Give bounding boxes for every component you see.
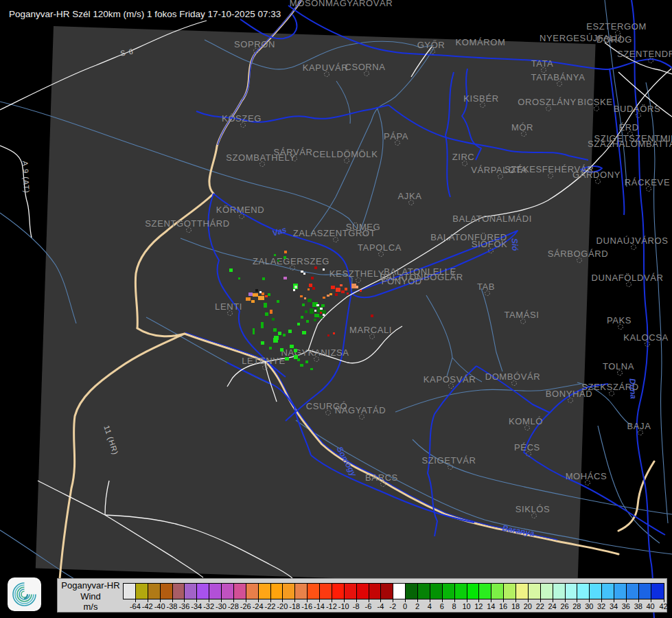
city-label: BALATONALMÁDI	[452, 214, 532, 224]
city-label: TATABÁNYA	[531, 72, 586, 82]
legend-color-box: -12	[320, 584, 332, 599]
county-label: Sió	[510, 238, 520, 251]
city-label: MOHÁCS	[566, 471, 607, 481]
legend-color-box: 2	[406, 584, 418, 599]
legend-color-box: 30	[577, 584, 590, 599]
legend-color-box: -18	[283, 584, 295, 599]
city-label: SIKLÓS	[515, 504, 551, 514]
legend-tick-value: -30	[216, 602, 227, 610]
city-label: FONYÓD	[381, 276, 421, 286]
legend-tick-value: 40	[647, 602, 655, 610]
legend-tick-value: -10	[338, 602, 349, 610]
legend-tick-value: -14	[314, 602, 325, 610]
city-label: SÁRBOGÁRD	[548, 249, 608, 259]
city-label: MÓR	[511, 122, 533, 133]
legend-color-box: 24	[541, 584, 553, 599]
city-label: MARCALI	[349, 325, 392, 335]
legend-color-box: -22	[259, 584, 271, 599]
city-label: KOMÁROM	[456, 37, 506, 47]
city-label: TAPOLCA	[358, 242, 402, 253]
radar-display: MOSONMAGYARÓVÁRSOPRONGYŐRKOMÁROMESZTERGO…	[0, 0, 672, 618]
city-label: SZÁZHALOMBATTA	[588, 139, 672, 149]
legend-tick-value: 0	[403, 602, 407, 610]
spiral-logo-icon	[8, 577, 41, 611]
legend-tick-value: 4	[428, 602, 432, 610]
legend-text: Poganyvar-HR Wind m/s	[60, 580, 121, 613]
legend-tick-value: 26	[560, 602, 568, 610]
legend-tick-value: 22	[536, 602, 544, 610]
city-label: BARCS	[365, 472, 398, 483]
legend-color-box: -40	[148, 584, 161, 599]
app-logo	[8, 577, 41, 611]
city-label: GÁRDONY	[572, 170, 621, 180]
legend-color-box: -28	[222, 584, 234, 599]
city-label: CELLDÖMÖLK	[313, 149, 378, 159]
legend-color-box: -30	[209, 584, 222, 599]
legend-tick-value: -8	[353, 602, 360, 610]
road-label: S 6	[119, 47, 134, 57]
legend-tick-value: 6	[440, 602, 444, 610]
legend-color-box: 8	[443, 584, 455, 599]
city-label: KOMLÓ	[509, 416, 543, 426]
legend-unit: m/s	[60, 602, 121, 613]
legend-color-box: 4	[418, 584, 430, 599]
legend-tick-value: 20	[524, 602, 532, 610]
city-label: BUDAÖRS	[614, 104, 661, 114]
legend-color-box: 12	[467, 584, 480, 599]
legend-tick-value: 32	[597, 602, 605, 610]
legend-tick-value: 38	[634, 602, 642, 610]
city-label: KISBÉR	[463, 93, 498, 104]
legend-tick-value: -40	[154, 602, 165, 610]
city-label: TATA	[531, 58, 554, 69]
legend-color-box: -6	[357, 584, 369, 599]
legend-color-box: 16	[491, 584, 504, 599]
legend-color-box: 26	[553, 584, 566, 599]
legend-tick-value: 42	[659, 602, 667, 610]
city-label: OROSZLÁNY	[518, 97, 577, 107]
legend-color-box: 32	[590, 584, 602, 599]
city-label: PÁPA	[384, 131, 408, 141]
road-label: 11 (HR)	[102, 424, 119, 456]
city-label: KESZTHELY	[329, 268, 384, 279]
legend-panel: Poganyvar-HR Wind m/s -64-42-40-38-36-34…	[57, 578, 667, 613]
legend-tick-value: 2	[415, 602, 419, 610]
legend-color-box: 22	[529, 584, 541, 599]
city-label: MOSONMAGYARÓVÁR	[290, 0, 393, 8]
legend-color-box: 28	[566, 584, 578, 599]
city-label: TOLNA	[603, 361, 634, 371]
legend-color-box: 18	[504, 584, 516, 599]
legend-color-box: 14	[479, 584, 491, 599]
city-label: SIÓFOK	[472, 239, 508, 249]
legend-tick-value: -4	[377, 602, 384, 610]
city-label: LETENYE	[242, 356, 285, 366]
legend-tick-value: 30	[585, 602, 593, 610]
legend-color-box: -64	[124, 584, 136, 599]
legend-tick-value: -20	[277, 602, 288, 610]
map-labels: MOSONMAGYARÓVÁRSOPRONGYŐRKOMÁROMESZTERGO…	[0, 0, 672, 618]
legend-color-box: 10	[455, 584, 467, 599]
city-label: PAKS	[607, 315, 632, 325]
legend-color-box: 42	[651, 584, 664, 599]
legend-tick-value: -22	[265, 602, 276, 610]
city-label: NAGYATÁD	[335, 405, 386, 415]
city-label: RÁCKEVE	[625, 177, 670, 187]
legend-tick-value: -6	[365, 602, 372, 610]
city-label: CSORNA	[345, 62, 385, 72]
city-label: BAJA	[627, 421, 651, 431]
legend-tick-value: 36	[622, 602, 630, 610]
city-label: DOMBÓVÁR	[485, 371, 541, 382]
legend-color-box: -32	[197, 584, 209, 599]
legend-color-box: 6	[430, 584, 443, 599]
city-label: DUNAFÖLDVÁR	[592, 273, 664, 283]
legend-color-box: -38	[161, 584, 173, 599]
legend-tick-value: 24	[548, 602, 557, 610]
legend-color-box: 36	[614, 584, 627, 599]
city-label: AJKA	[398, 191, 422, 201]
city-label: DUNAÚJVÁROS	[596, 236, 669, 246]
city-label: TAMÁSI	[504, 310, 539, 320]
legend-tick-value: 18	[511, 602, 520, 610]
legend-tick-value: -28	[228, 602, 239, 610]
legend-color-box: -10	[332, 584, 345, 599]
city-label: KŐSZEG	[222, 113, 262, 124]
legend-tick-value: 10	[462, 602, 470, 610]
